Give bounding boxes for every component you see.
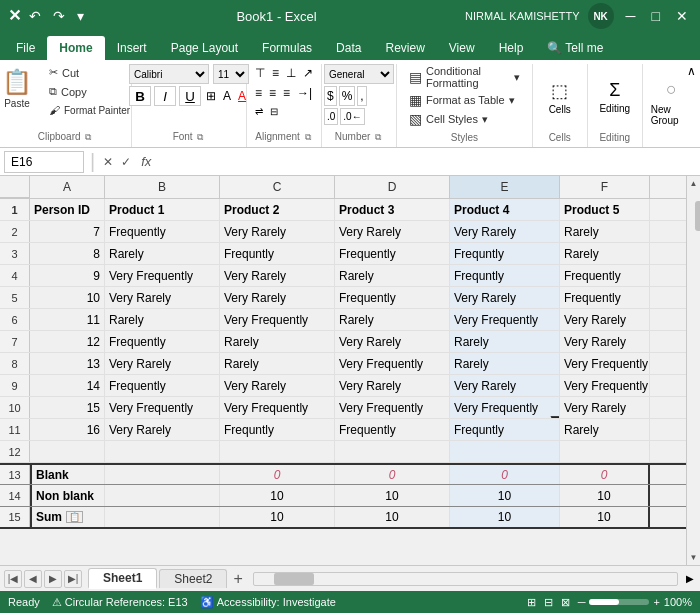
cell-B13[interactable] [105,465,220,484]
ribbon-collapse-btn[interactable]: ∧ [687,64,696,78]
cut-button[interactable]: ✂Cut [43,64,136,81]
cell-D13[interactable]: 0 [335,465,450,484]
cell-B3[interactable]: Rarely [105,243,220,264]
view-normal-btn[interactable]: ⊞ [527,596,536,609]
sheet-tab-sheet2[interactable]: Sheet2 [159,569,227,588]
align-middle-button[interactable]: ≡ [270,64,281,82]
cell-styles-button[interactable]: ▧ Cell Styles ▾ [405,110,492,128]
italic-button[interactable]: I [154,86,176,106]
cell-A8[interactable]: 13 [30,353,105,374]
cell-C14[interactable]: 10 [220,485,335,506]
close-btn[interactable]: ✕ [672,6,692,26]
comma-button[interactable]: , [357,86,366,106]
cell-F8[interactable]: Very Frequently [560,353,650,374]
align-center-button[interactable]: ≡ [267,84,278,102]
cell-D15[interactable]: 10 [335,507,450,527]
zoom-minus-btn[interactable]: ─ [578,596,586,608]
format-table-button[interactable]: ▦ Format as Table ▾ [405,91,519,109]
col-header-A[interactable]: A [30,176,105,198]
fill-color-button[interactable]: A [221,87,233,105]
cell-E11[interactable]: Frequntly [450,419,560,440]
cell-C7[interactable]: Rarely [220,331,335,352]
sheet-nav-prev[interactable]: ◀ [24,570,42,588]
cell-E12[interactable] [450,441,560,462]
cell-B5[interactable]: Very Rarely [105,287,220,308]
cell-B1[interactable]: Product 1 [105,199,220,220]
cell-D12[interactable] [335,441,450,462]
merge-button[interactable]: ⊟ [268,104,280,119]
cell-C3[interactable]: Frequntly [220,243,335,264]
align-left-button[interactable]: ≡ [253,84,264,102]
cell-D1[interactable]: Product 3 [335,199,450,220]
cell-D3[interactable]: Frequently [335,243,450,264]
cell-A12[interactable] [30,441,105,462]
decrease-decimal-button[interactable]: .0← [340,108,364,125]
borders-button[interactable]: ⊞ [204,87,218,105]
cell-C15[interactable]: 10 [220,507,335,527]
cell-E1[interactable]: Product 4 [450,199,560,220]
cell-E5[interactable]: Very Rarely [450,287,560,308]
cell-F9[interactable]: Very Frequently [560,375,650,396]
cell-B2[interactable]: Frequently [105,221,220,242]
align-bottom-button[interactable]: ⊥ [284,64,298,82]
font-family-select[interactable]: Calibri [129,64,209,84]
horizontal-scroll-thumb[interactable] [274,573,314,585]
cell-F12[interactable] [560,441,650,462]
col-header-E[interactable]: E [450,176,560,198]
sheet-nav-last[interactable]: ▶| [64,570,82,588]
cell-F11[interactable]: Rarely [560,419,650,440]
wrap-text-button[interactable]: ⇌ [253,104,265,119]
cell-C5[interactable]: Very Rarely [220,287,335,308]
currency-button[interactable]: $ [324,86,337,106]
col-header-D[interactable]: D [335,176,450,198]
cell-D4[interactable]: Rarely [335,265,450,286]
undo-btn[interactable]: ↶ [25,6,45,26]
cell-F1[interactable]: Product 5 [560,199,650,220]
tab-formulas[interactable]: Formulas [250,36,324,60]
cell-A6[interactable]: 11 [30,309,105,330]
cell-F13[interactable]: 0 [560,465,650,484]
tab-insert[interactable]: Insert [105,36,159,60]
cell-E4[interactable]: Frequntly [450,265,560,286]
cell-B4[interactable]: Very Frequently [105,265,220,286]
cell-E15[interactable]: 10 [450,507,560,527]
cell-E3[interactable]: Frequntly [450,243,560,264]
cell-F2[interactable]: Rarely [560,221,650,242]
cell-D6[interactable]: Rarely [335,309,450,330]
align-right-button[interactable]: ≡ [281,84,292,102]
cell-F15[interactable]: 10 [560,507,650,527]
cell-B11[interactable]: Very Rarely [105,419,220,440]
cell-C1[interactable]: Product 2 [220,199,335,220]
cell-F14[interactable]: 10 [560,485,650,506]
cell-B14[interactable] [105,485,220,506]
cell-D11[interactable]: Frequently [335,419,450,440]
col-header-F[interactable]: F [560,176,650,198]
name-box[interactable] [4,151,84,173]
cell-A9[interactable]: 14 [30,375,105,396]
cell-D10[interactable]: Very Frequently [335,397,450,418]
scroll-up-arrow[interactable]: ▲ [687,176,700,191]
cell-A4[interactable]: 9 [30,265,105,286]
view-page-break-btn[interactable]: ⊠ [561,596,570,609]
cell-E10[interactable]: Very Frequently ▼ [450,397,560,418]
cell-D14[interactable]: 10 [335,485,450,506]
paste-button[interactable]: 📋 Paste [0,64,39,113]
zoom-slider[interactable] [589,599,649,605]
scroll-thumb[interactable] [695,201,701,231]
cell-A11[interactable]: 16 [30,419,105,440]
cell-B10[interactable]: Very Frequently [105,397,220,418]
formula-input[interactable] [159,153,696,171]
cell-E6[interactable]: Very Frequently [450,309,560,330]
cell-C2[interactable]: Very Rarely [220,221,335,242]
cell-C10[interactable]: Very Frequently [220,397,335,418]
cell-A5[interactable]: 10 [30,287,105,308]
cell-E8[interactable]: Rarely [450,353,560,374]
tab-home[interactable]: Home [47,36,104,60]
cell-A2[interactable]: 7 [30,221,105,242]
restore-btn[interactable]: □ [648,6,664,26]
scroll-down-arrow[interactable]: ▼ [687,550,700,565]
cell-E2[interactable]: Very Rarely [450,221,560,242]
tab-page-layout[interactable]: Page Layout [159,36,250,60]
copy-button[interactable]: ⧉Copy [43,83,136,100]
text-rotate-button[interactable]: ↗ [301,64,315,82]
